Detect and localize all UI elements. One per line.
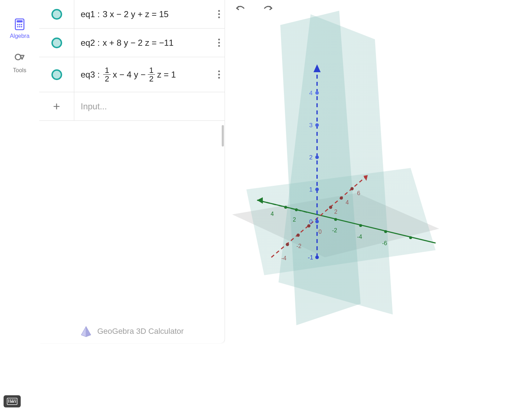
svg-point-10 (295, 208, 298, 211)
z-tick: 3 (309, 122, 312, 129)
nav-algebra[interactable]: Algebra (10, 18, 29, 39)
equation-row[interactable]: eq2 : x + 8 y − 2 z = −11 (39, 29, 225, 57)
calculator-icon (13, 18, 26, 31)
y-tick: -4 (357, 234, 362, 240)
footer-brand: GeoGebra 3D Calculator (39, 325, 225, 337)
keyboard-icon (7, 398, 17, 405)
equation-content[interactable]: eq1 : 3 x − 2 y + z = 15 (74, 0, 213, 28)
svg-point-22 (315, 220, 319, 223)
plane-eq3 (246, 168, 436, 275)
kebab-icon (218, 39, 220, 47)
svg-rect-30 (12, 400, 13, 401)
plus-icon: + (53, 99, 60, 113)
x-tick: -4 (281, 255, 286, 261)
z-tick: -1 (308, 254, 313, 261)
equation-math: 1 2 x − 4 y − 1 2 z = 1 (102, 66, 176, 83)
equation-menu-button[interactable] (213, 29, 225, 57)
x-tick: 2 (334, 209, 337, 215)
equation-math: 3 x − 2 y + z = 15 (102, 9, 169, 19)
input-placeholder: Input... (81, 101, 107, 112)
z-tick: 4 (309, 90, 312, 96)
equation-content[interactable]: eq2 : x + 8 y − 2 z = −11 (74, 29, 213, 57)
svg-point-7 (21, 26, 22, 28)
svg-point-4 (21, 24, 22, 25)
equation-row[interactable]: eq3 : 1 2 x − 4 y − 1 2 z = 1 (39, 57, 225, 92)
kebab-icon (218, 10, 220, 18)
svg-rect-29 (10, 400, 11, 401)
svg-point-25 (315, 123, 319, 127)
3d-scene[interactable]: 4 3 2 1 0 -1 -2 -4 -6 2 4 2 4 6 0 -2 -4 (225, 0, 443, 343)
visibility-marble-icon (51, 69, 62, 80)
equation-row[interactable]: eq1 : 3 x − 2 y + z = 15 (39, 0, 225, 29)
x-tick: 6 (357, 190, 360, 196)
equation-content[interactable]: eq3 : 1 2 x − 4 y − 1 2 z = 1 (74, 57, 213, 92)
svg-point-20 (351, 187, 354, 190)
svg-point-11 (334, 218, 337, 221)
svg-point-5 (17, 26, 19, 28)
fraction: 1 2 (148, 66, 155, 83)
equation-menu-button[interactable] (213, 57, 225, 92)
equation-label: eq1 : (81, 9, 100, 19)
svg-point-15 (286, 243, 289, 246)
x-tick: 4 (346, 199, 349, 206)
visibility-toggle-eq3[interactable] (39, 57, 74, 92)
add-equation-button[interactable]: + (39, 92, 74, 120)
visibility-toggle-eq2[interactable] (39, 29, 74, 57)
svg-rect-28 (8, 400, 9, 401)
svg-point-13 (384, 230, 387, 233)
x-tick: -2 (296, 243, 301, 249)
kebab-icon (218, 70, 220, 79)
z-tick: 0 (309, 218, 312, 225)
svg-point-6 (19, 26, 20, 28)
y-tick: -6 (382, 240, 387, 246)
nav-tools[interactable]: Tools (13, 52, 26, 74)
algebra-panel: eq1 : 3 x − 2 y + z = 15 eq2 : x + 8 y −… (39, 0, 225, 343)
svg-rect-34 (10, 401, 14, 402)
visibility-toggle-eq1[interactable] (39, 0, 74, 28)
svg-point-16 (297, 234, 300, 237)
scrollbar-thumb[interactable] (222, 125, 224, 147)
input-row[interactable]: + Input... (39, 92, 225, 121)
visibility-marble-icon (51, 9, 62, 20)
y-tick: 2 (293, 217, 296, 223)
svg-point-12 (359, 224, 362, 227)
svg-point-21 (315, 256, 319, 259)
x-tick: 0 (318, 229, 322, 235)
3d-view[interactable]: 4 3 2 1 0 -1 -2 -4 -6 2 4 2 4 6 0 -2 -4 (225, 0, 443, 343)
brand-text: GeoGebra 3D Calculator (97, 327, 184, 336)
equation-math: x + 8 y − 2 z = −11 (102, 38, 174, 48)
svg-point-2 (17, 24, 19, 25)
svg-point-3 (19, 24, 20, 25)
equation-menu-button[interactable] (213, 0, 225, 28)
y-tick: 4 (271, 211, 274, 217)
svg-rect-35 (15, 401, 16, 402)
geogebra-logo-icon (80, 325, 92, 337)
svg-point-18 (329, 206, 332, 209)
svg-rect-32 (15, 400, 16, 401)
svg-point-19 (340, 197, 343, 200)
nav-rail: Algebra Tools (0, 0, 39, 343)
equation-label: eq3 : (81, 70, 100, 80)
virtual-keyboard-button[interactable] (4, 395, 21, 407)
y-tick: -2 (332, 227, 337, 233)
visibility-marble-icon (51, 38, 62, 48)
equation-input[interactable]: Input... (74, 92, 225, 120)
equation-label: eq2 : (81, 38, 100, 48)
svg-point-9 (284, 206, 287, 209)
svg-rect-33 (8, 401, 9, 402)
svg-point-24 (315, 155, 319, 159)
svg-point-26 (315, 91, 319, 95)
tools-icon (13, 52, 26, 65)
z-tick: 2 (309, 154, 312, 161)
svg-rect-31 (14, 400, 15, 401)
svg-point-23 (315, 188, 319, 191)
nav-algebra-label: Algebra (10, 33, 29, 39)
svg-point-14 (409, 236, 412, 239)
nav-tools-label: Tools (13, 67, 26, 74)
svg-rect-1 (17, 20, 23, 23)
fraction: 1 2 (103, 66, 110, 83)
z-tick: 1 (309, 186, 312, 193)
